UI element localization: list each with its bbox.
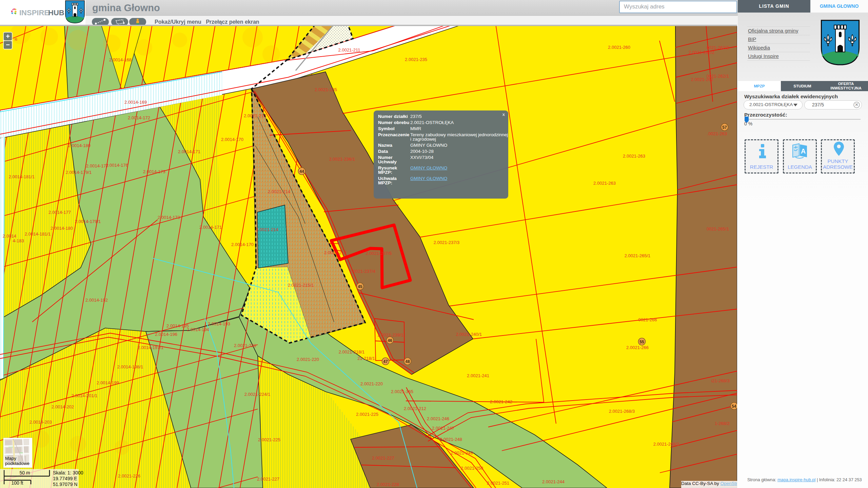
svg-text:2.0021-221: 2.0021-221 (234, 343, 256, 348)
svg-text:2.0021-262: 2.0021-262 (691, 77, 713, 82)
svg-text:2.0014-192: 2.0014-192 (85, 298, 108, 303)
svg-text:46: 46 (388, 338, 392, 343)
svg-text:48: 48 (405, 359, 410, 364)
svg-text:2.0014-180: 2.0014-180 (68, 143, 91, 148)
svg-text:4-183: 4-183 (13, 238, 24, 243)
svg-text:2.0014-198/1: 2.0014-198/1 (117, 364, 143, 369)
svg-text:2.0021-263: 2.0021-263 (623, 154, 645, 159)
svg-text:2.0021-214: 2.0021-214 (256, 227, 278, 232)
svg-text:2.0021-236/1: 2.0021-236/1 (329, 157, 355, 162)
svg-text:2.0021-212: 2.0021-212 (404, 406, 426, 411)
svg-text:50 m: 50 m (19, 470, 30, 475)
svg-text:44: 44 (299, 169, 304, 174)
svg-text:2.0021-214: 2.0021-214 (268, 189, 290, 194)
svg-text:2.0021-215/1: 2.0021-215/1 (288, 283, 314, 288)
svg-text:2.0021-242: 2.0021-242 (490, 399, 512, 404)
svg-text:2.0021-225: 2.0021-225 (356, 412, 378, 417)
svg-text:2.0021-237/3: 2.0021-237/3 (434, 240, 460, 245)
svg-text:2.0014-177: 2.0014-177 (48, 210, 71, 215)
svg-text:2.0014-168: 2.0014-168 (109, 57, 132, 62)
svg-text:HUB: HUB (48, 8, 64, 17)
svg-text:2.0021-227: 2.0021-227 (372, 455, 394, 461)
svg-text:100 ft: 100 ft (11, 480, 23, 486)
svg-text:2.0014-176: 2.0014-176 (106, 163, 128, 168)
svg-text:2.0021-247: 2.0021-247 (432, 426, 454, 431)
svg-text:2.0014-171: 2.0014-171 (178, 149, 200, 154)
svg-text:2.0021-241: 2.0021-241 (467, 373, 489, 378)
svg-text:2.0014-195: 2.0014-195 (166, 323, 189, 328)
svg-text:INSPIRE: INSPIRE (19, 8, 49, 17)
svg-text:2.0014-170: 2.0014-170 (221, 137, 243, 142)
svg-text:2.0014-170: 2.0014-170 (231, 242, 254, 247)
svg-text:54: 54 (732, 404, 736, 409)
svg-text:2.0014-202: 2.0014-202 (52, 404, 74, 409)
svg-text:2.0014-194: 2.0014-194 (187, 327, 209, 332)
svg-text:.0021-263: .0021-263 (707, 131, 727, 136)
svg-text:0021-265/1: 0021-265/1 (707, 226, 729, 231)
svg-text:2.0021-268/2: 2.0021-268/2 (653, 442, 679, 447)
svg-text:A: A (801, 147, 806, 155)
svg-text:2.0021-240/1: 2.0021-240/1 (456, 332, 482, 337)
svg-text:47: 47 (383, 359, 388, 364)
svg-text:2.0021-218/1: 2.0021-218/1 (339, 349, 365, 354)
svg-text:2.0014-181/1: 2.0014-181/1 (9, 174, 35, 179)
svg-text:57: 57 (722, 125, 727, 130)
svg-text:2.0014: 2.0014 (3, 233, 16, 239)
svg-text:2.0021-246: 2.0021-246 (427, 416, 449, 421)
svg-text:2.0021-237/5: 2.0021-237/5 (366, 251, 392, 256)
svg-text:2.0014-177: 2.0014-177 (86, 163, 108, 168)
svg-text:2.0021-220: 2.0021-220 (297, 357, 319, 362)
svg-text:2.0021-237/4: 2.0021-237/4 (350, 269, 376, 274)
svg-text:2.0014-181/1: 2.0014-181/1 (25, 231, 51, 237)
svg-text:2.0021-225: 2.0021-225 (258, 437, 280, 442)
svg-text:2.0021-249: 2.0021-249 (451, 450, 473, 455)
svg-text:2.0021-266: 2.0021-266 (626, 345, 649, 350)
svg-text:2.0014-173: 2.0014-173 (143, 169, 165, 174)
svg-text:2.0014-172: 2.0014-172 (128, 115, 150, 120)
svg-text:2.0021-228: 2.0021-228 (377, 482, 399, 487)
svg-text:i21-268/3: i21-268/3 (711, 378, 730, 383)
svg-text:2.0021-260: 2.0021-260 (608, 45, 630, 50)
svg-text:I6: I6 (15, 38, 18, 41)
svg-text:55: 55 (639, 340, 644, 344)
svg-text:2.0021-268/3: 2.0021-268/3 (609, 409, 635, 414)
svg-text:2.0021-213: 2.0021-213 (244, 113, 266, 118)
svg-text:2.0021-212: 2.0021-212 (324, 250, 347, 255)
svg-text:2.0021-248: 2.0021-248 (440, 437, 462, 442)
svg-text:2.0021-250: 2.0021-250 (461, 466, 483, 471)
svg-text:2.0014-203: 2.0014-203 (29, 420, 52, 425)
svg-text:45: 45 (358, 284, 362, 289)
svg-text:2.0014-169: 2.0014-169 (124, 100, 147, 105)
svg-text:2.0021-265/1: 2.0021-265/1 (625, 253, 651, 258)
svg-text:2.0021-220: 2.0021-220 (360, 381, 383, 386)
svg-text:2.0021-227: 2.0021-227 (257, 476, 279, 482)
svg-text:21-218/1: 21-218/1 (357, 356, 375, 361)
svg-text:2.0021-211: 2.0021-211 (338, 47, 360, 53)
svg-text:2.0014-193: 2.0014-193 (208, 321, 230, 326)
svg-text:2.0021-244: 2.0021-244 (542, 479, 565, 484)
svg-text:2.0014-173: 2.0014-173 (158, 215, 180, 220)
svg-text:2.0014-179/1: 2.0014-179/1 (75, 219, 101, 224)
svg-text:0021-262/2: 0021-262/2 (707, 45, 729, 50)
svg-text:2.0021-226: 2.0021-226 (118, 473, 140, 479)
svg-text:2.0021-262/2: 2.0021-262/2 (689, 50, 715, 55)
svg-text:0021-266: 0021-266 (638, 317, 657, 322)
svg-text:2.0021-263: 2.0021-263 (593, 181, 616, 186)
svg-text:2.0014-180: 2.0014-180 (51, 226, 73, 231)
svg-text:2.0014-197/1: 2.0014-197/1 (138, 345, 164, 350)
svg-text:2.0014-171: 2.0014-171 (199, 225, 222, 230)
svg-text:2.0021-235: 2.0021-235 (315, 87, 337, 92)
svg-text:2.0014-179/1: 2.0014-179/1 (66, 170, 92, 175)
svg-text:2.0014-201/1: 2.0014-201/1 (72, 393, 98, 398)
svg-text:2.0021-251: 2.0021-251 (487, 481, 509, 486)
svg-text:2.0021-224/1: 2.0021-224/1 (244, 392, 271, 397)
svg-text:2.0014-196: 2.0014-196 (155, 332, 177, 337)
svg-text:2.0021-235: 2.0021-235 (405, 57, 427, 62)
svg-text:2.0021-365: 2.0021-365 (391, 389, 413, 394)
svg-text:2.0014-199: 2.0014-199 (97, 380, 119, 385)
svg-text:1-268/2: 1-268/2 (715, 421, 730, 426)
